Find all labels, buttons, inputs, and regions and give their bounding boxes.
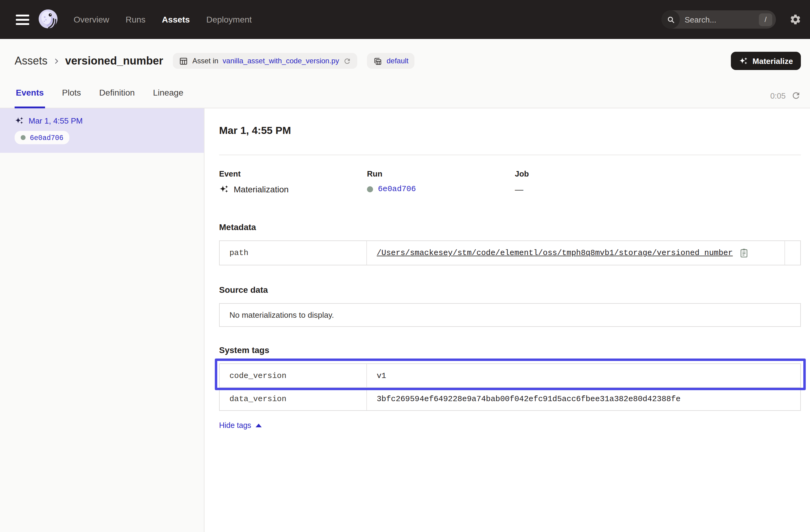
asset-group-icon (373, 56, 382, 65)
job-column-label: Job (515, 169, 801, 178)
group-link[interactable]: default (386, 57, 408, 65)
sparkle-icon (739, 56, 748, 65)
tab-events[interactable]: Events (15, 88, 45, 108)
event-list-sidebar: Mar 1, 4:55 PM 6e0ad706 (0, 108, 205, 532)
reload-definition-icon[interactable] (343, 57, 351, 65)
dagster-logo[interactable] (37, 9, 59, 30)
metadata-section: Metadata path /Users/smackesey/stm/code/… (219, 222, 801, 265)
materialization-sparkle-icon (219, 184, 229, 194)
chevron-right-icon (52, 57, 60, 65)
run-id-label: 6e0ad706 (30, 134, 63, 142)
page-title: versioned_number (65, 54, 163, 67)
group-badge: default (367, 53, 415, 69)
run-id-link[interactable]: 6e0ad706 (378, 184, 416, 194)
refresh-countdown: 0:05 (770, 91, 801, 108)
copy-icon[interactable] (739, 248, 749, 258)
tag-value: v1 (367, 364, 800, 387)
job-column: Job — (515, 169, 801, 194)
run-badge[interactable]: 6e0ad706 (15, 131, 69, 144)
tag-value: 3bfc269594ef649228e9a74bab00f042efc91d5a… (367, 388, 800, 410)
tag-key: code_version (220, 364, 367, 387)
run-column-label: Run (367, 169, 515, 178)
event-timestamp: Mar 1, 4:55 PM (29, 116, 83, 125)
nav-links: Overview Runs Assets Deployment (74, 15, 252, 25)
table-row: data_version 3bfc269594ef649228e9a74bab0… (220, 387, 800, 410)
asset-definition-badge: Asset in vanilla_asset_with_code_version… (173, 53, 357, 69)
caret-up-icon (256, 424, 262, 427)
tabs-bar: Events Plots Definition Lineage 0:05 (0, 74, 810, 108)
system-tags-heading: System tags (219, 345, 801, 355)
divider (219, 155, 801, 155)
highlighted-row-wrapper: code_version v1 (220, 364, 800, 387)
tab-plots[interactable]: Plots (61, 88, 82, 108)
path-value-link[interactable]: /Users/smackesey/stm/code/elementl/oss/t… (377, 248, 733, 257)
asset-badge-prefix: Asset in (192, 57, 218, 65)
search-shortcut-key: / (759, 13, 772, 26)
metadata-key: path (220, 241, 367, 265)
event-summary-grid: Event Materialization Run 6e0ad706 (219, 169, 801, 194)
dagster-app: Overview Runs Assets Deployment / Assets (0, 0, 810, 532)
page-header: Assets versioned_number Asset in vanilla… (0, 39, 810, 108)
tag-key: data_version (220, 388, 367, 410)
job-empty-value: — (515, 184, 523, 194)
materialize-button[interactable]: Materialize (731, 52, 801, 70)
search-input[interactable] (680, 15, 759, 24)
run-status-dot (21, 135, 26, 140)
breadcrumb-assets-link[interactable]: Assets (15, 54, 47, 67)
nav-item-overview[interactable]: Overview (74, 15, 109, 25)
tab-definition[interactable]: Definition (98, 88, 136, 108)
nav-item-assets[interactable]: Assets (162, 15, 190, 25)
materialize-button-label: Materialize (752, 56, 793, 65)
event-list-item-selected[interactable]: Mar 1, 4:55 PM 6e0ad706 (0, 108, 204, 153)
source-data-section: Source data No materializations to displ… (219, 285, 801, 327)
top-nav: Overview Runs Assets Deployment / (0, 0, 810, 39)
run-column: Run 6e0ad706 (367, 169, 515, 194)
table-gutter (784, 241, 800, 265)
countdown-timer: 0:05 (770, 91, 785, 100)
event-type-value: Materialization (234, 184, 289, 194)
metadata-table: path /Users/smackesey/stm/code/elementl/… (219, 240, 801, 265)
event-title: Mar 1, 4:55 PM (219, 125, 801, 137)
table-row: path /Users/smackesey/stm/code/elementl/… (220, 241, 800, 265)
hamburger-menu-icon[interactable] (16, 14, 29, 25)
hide-tags-label: Hide tags (219, 421, 251, 430)
event-column: Event Materialization (219, 169, 367, 194)
gear-icon[interactable] (789, 13, 801, 26)
refresh-icon[interactable] (791, 91, 801, 100)
asset-file-link[interactable]: vanilla_asset_with_code_version.py (223, 57, 339, 65)
nav-item-runs[interactable]: Runs (126, 15, 145, 25)
tab-lineage[interactable]: Lineage (152, 88, 185, 108)
hide-tags-link[interactable]: Hide tags (219, 421, 262, 430)
nav-item-deployment[interactable]: Deployment (206, 15, 252, 25)
breadcrumb: Assets versioned_number (15, 54, 163, 67)
system-tags-section: System tags code_version v1 data_version… (219, 345, 801, 430)
table-row: code_version v1 (220, 364, 800, 387)
asset-grid-icon (179, 56, 188, 65)
event-detail-panel: Mar 1, 4:55 PM Event Materialization Run (205, 108, 810, 532)
source-data-heading: Source data (219, 285, 801, 295)
run-status-dot (367, 186, 373, 192)
metadata-heading: Metadata (219, 222, 801, 232)
source-data-empty-state: No materializations to display. (219, 303, 801, 327)
event-column-label: Event (219, 169, 367, 178)
search-icon (662, 10, 680, 29)
materialization-sparkle-icon (15, 116, 24, 125)
system-tags-table: code_version v1 data_version 3bfc269594e… (219, 364, 801, 411)
search-bar[interactable]: / (662, 10, 776, 29)
